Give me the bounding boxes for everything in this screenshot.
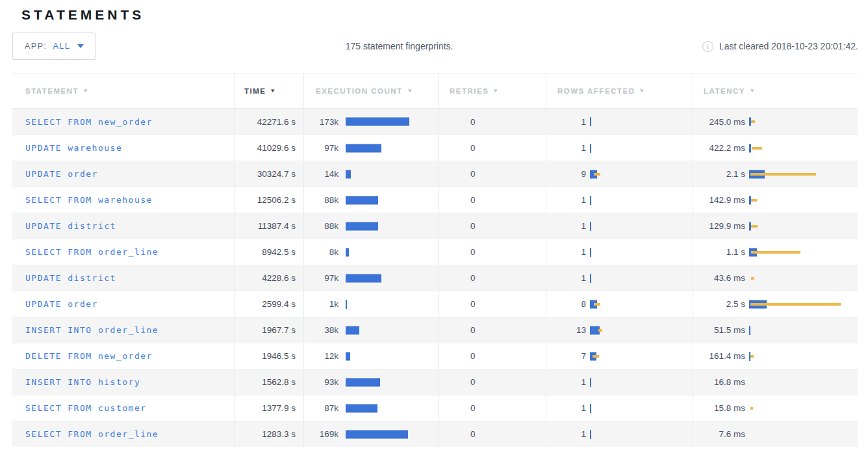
latency-bar [749,169,858,179]
rows-affected-bar [590,299,693,310]
latency-bar [749,195,858,205]
execution-count-bar [346,377,438,388]
retries-cell: 0 [438,109,546,135]
column-header-label: TIME [244,87,266,95]
column-header[interactable]: EXECUTION COUNT ▼ [303,73,438,108]
latency-cell: 51.5 ms [693,317,858,343]
table-row: SELECT FROM warehouse 12506.2 s 88k 0 1 … [12,187,858,213]
execution-count-cell: 12k [303,343,438,369]
statement-link[interactable]: SELECT FROM new_order [12,117,153,127]
statement-link[interactable]: SELECT FROM warehouse [12,195,153,205]
latency-value: 43.6 ms [693,273,745,283]
execution-count-bar [346,116,438,127]
rows-affected-value: 1 [546,221,586,231]
latency-bar [749,247,858,258]
app-filter-dropdown[interactable]: APP: ALL [12,33,96,60]
latency-bar [749,273,858,284]
bar-mean [346,378,380,386]
column-header-label: STATEMENT [25,87,79,95]
column-header[interactable]: TIME ▼ [234,73,303,108]
latency-value: 51.5 ms [693,325,745,335]
statement-cell: UPDATE order [12,161,234,187]
latency-value: 245.0 ms [693,117,745,127]
execution-count-value: 8k [304,247,338,257]
retries-cell: 0 [438,369,546,395]
bar-mean [346,404,377,412]
execution-count-value: 38k [304,325,338,335]
rows-affected-cell: 9 [546,161,693,187]
bar-tick [590,196,591,205]
statement-link[interactable]: SELECT FROM order_line [12,247,159,257]
rows-affected-bar [590,429,693,440]
latency-value: 2.1 s [693,169,745,179]
latency-cell: 129.9 ms [693,213,858,239]
statement-link[interactable]: INSERT INTO order_line [12,325,159,335]
time-cell: 12506.2 s [234,187,303,213]
bar-stddev [598,329,602,332]
statement-link[interactable]: SELECT FROM order_line [12,429,159,439]
statement-link[interactable]: UPDATE warehouse [12,143,122,153]
bar-stddev [750,173,816,176]
latency-cell: 43.6 ms [693,265,858,291]
column-header-label: LATENCY [704,87,745,95]
latency-value: 15.8 ms [693,403,745,413]
latency-bar [749,221,858,232]
column-header[interactable]: RETRIES ▼ [438,73,546,108]
execution-count-bar [346,169,438,179]
time-cell: 30324.7 s [234,161,303,187]
rows-affected-cell: 1 [546,395,693,421]
latency-cell: 16.8 ms [693,369,858,395]
statement-cell: SELECT FROM new_order [12,109,234,135]
rows-affected-bar [590,325,693,336]
statement-cell: DELETE FROM new_order [12,343,234,369]
statement-link[interactable]: DELETE FROM new_order [12,351,153,361]
latency-cell: 142.9 ms [693,187,858,213]
column-header-label: EXECUTION COUNT [316,87,403,95]
execution-count-value: 169k [304,429,338,439]
statement-link[interactable]: INSERT INTO history [12,377,140,387]
column-header[interactable]: LATENCY ▼ [693,73,858,108]
rows-affected-cell: 8 [546,291,693,317]
latency-bar [749,299,858,310]
rows-affected-bar [590,169,693,179]
bar-stddev [751,120,755,123]
latency-cell: 2.1 s [693,161,858,187]
statement-link[interactable]: UPDATE district [12,221,116,231]
execution-count-cell: 14k [303,161,438,187]
rows-affected-cell: 1 [546,421,693,447]
latency-cell: 15.8 ms [693,395,858,421]
execution-count-bar [346,247,438,258]
column-header-label: RETRIES [450,87,489,95]
retries-cell: 0 [438,187,546,213]
statement-cell: SELECT FROM order_line [12,239,234,265]
rows-affected-cell: 1 [546,265,693,291]
time-cell: 1377.9 s [234,395,303,421]
execution-count-cell: 173k [303,109,438,135]
execution-count-value: 1k [304,299,338,309]
bar-tick [590,117,591,126]
statement-link[interactable]: UPDATE order [12,299,98,309]
table-row: INSERT INTO order_line 1967.7 s 38k 0 13… [12,317,858,343]
execution-count-cell: 88k [303,213,438,239]
rows-affected-value: 7 [546,351,586,361]
statement-link[interactable]: UPDATE order [12,169,98,179]
bar-mean [346,196,378,204]
execution-count-value: 87k [304,403,338,413]
statement-link[interactable]: UPDATE district [12,273,116,283]
column-header[interactable]: ROWS AFFECTED ▼ [546,73,693,108]
statements-table: STATEMENT ▼ TIME ▼ EXECUTION COUNT ▼ RET… [12,73,858,447]
latency-value: 7.6 ms [693,429,745,439]
rows-affected-value: 1 [546,195,586,205]
statement-link[interactable]: SELECT FROM customer [12,403,147,413]
latency-bar [749,325,858,336]
bar-stddev [594,173,600,176]
info-icon[interactable]: i [702,41,713,52]
app-filter-value: ALL [53,42,71,51]
column-header[interactable]: STATEMENT ▼ [12,73,234,108]
retries-cell: 0 [438,213,546,239]
last-cleared: i Last cleared 2018-10-23 20:01:42. [702,41,861,52]
rows-affected-bar [590,221,693,232]
table-row: UPDATE district 11387.4 s 88k 0 1 129.9 … [12,213,858,239]
latency-value: 422.2 ms [693,143,745,153]
execution-count-bar [346,195,438,205]
